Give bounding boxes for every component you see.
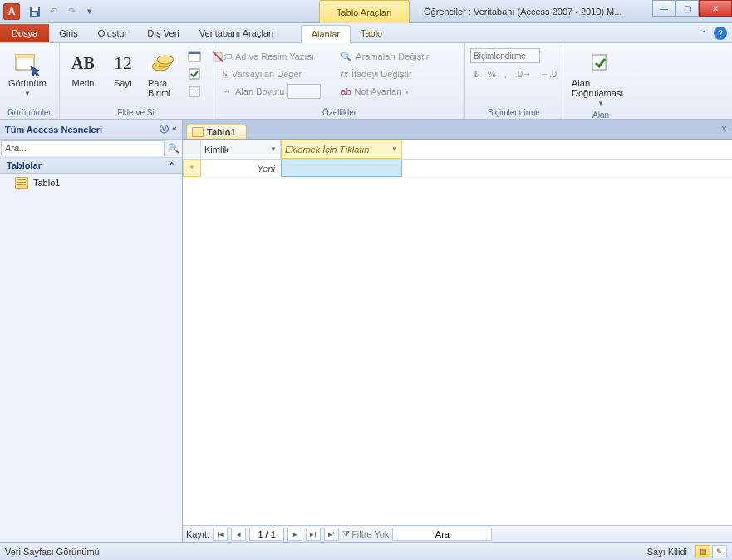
search-icon[interactable]: 🔍	[165, 140, 182, 157]
chevron-down-icon: ▼	[24, 90, 31, 97]
ribbon: Görünüm ▼ Görünümler AB Metin 12 Sayı Pa…	[0, 43, 732, 120]
undo-icon[interactable]: ↶	[45, 3, 61, 20]
collapse-group-icon[interactable]: ⌃	[169, 161, 175, 169]
group-validation: Alan Doğrulaması ▼ Alan Doğrulaması	[563, 43, 638, 119]
document-tab-tablo1[interactable]: Tablo1	[186, 125, 247, 139]
percent-format-icon[interactable]: %	[484, 66, 499, 82]
app-icon: A	[3, 3, 20, 20]
nav-group-tables[interactable]: Tablolar ⌃	[0, 158, 182, 174]
file-tab[interactable]: Dosya	[0, 24, 49, 42]
table-icon	[192, 127, 204, 137]
datasheet: Kimlik ▼ Eklemek İçin Tıklatın ▼ * Yeni	[183, 140, 732, 525]
format-combo[interactable]	[470, 48, 540, 63]
currency-field-button[interactable]: Para Birimi	[145, 48, 181, 100]
decrease-decimal-icon[interactable]: ←.0	[537, 66, 560, 82]
tab-create[interactable]: Oluştur	[88, 24, 137, 42]
validation-icon	[587, 50, 614, 76]
save-icon[interactable]	[27, 3, 43, 20]
ribbon-tabs: Dosya Giriş Oluştur Dış Veri Veritabanı …	[0, 23, 732, 43]
text-field-button[interactable]: AB Metin	[65, 48, 101, 90]
field-validation-button[interactable]: Alan Doğrulaması ▼	[568, 48, 633, 109]
tab-fields[interactable]: Alanlar	[301, 25, 351, 43]
datasheet-header-row: Kimlik ▼ Eklemek İçin Tıklatın ▼	[183, 140, 732, 160]
column-header-add[interactable]: Eklemek İçin Tıklatın ▼	[281, 140, 402, 159]
help-icon[interactable]: ?	[714, 27, 727, 40]
tab-home[interactable]: Giriş	[49, 24, 88, 42]
currency-format-icon[interactable]: ₺	[470, 66, 483, 82]
svg-point-7	[157, 56, 174, 64]
new-record-indicator-icon[interactable]: *	[183, 160, 201, 177]
cell-id-new[interactable]: Yeni	[201, 160, 281, 177]
last-record-button[interactable]: ▸I	[306, 528, 321, 541]
qat-dropdown-icon[interactable]: ▾	[81, 3, 98, 20]
prev-record-button[interactable]: ◂	[231, 528, 246, 541]
nav-search-input[interactable]	[1, 140, 165, 155]
close-button[interactable]: ✕	[699, 0, 732, 17]
datetime-button[interactable]	[184, 48, 204, 65]
datasheet-view-button[interactable]: ▤	[695, 545, 710, 558]
select-all-cell[interactable]	[183, 140, 201, 159]
add-remove-more: ⋯	[184, 48, 204, 100]
default-value-button[interactable]: ⎘Varsayılan Değer	[219, 66, 324, 82]
tab-external-data[interactable]: Dış Veri	[137, 24, 189, 42]
nav-dropdown-icon[interactable]: ⓥ	[160, 123, 169, 135]
maximize-button[interactable]: ▢	[676, 0, 699, 17]
memo-settings-button[interactable]: abNot Ayarları ▾	[337, 83, 432, 100]
record-search-input[interactable]	[392, 528, 492, 541]
field-size-input[interactable]	[287, 84, 321, 99]
tab-database-tools[interactable]: Veritabanı Araçları	[189, 24, 284, 42]
document-area: Tablo1 × Kimlik ▼ Eklemek İçin Tıklatın …	[183, 120, 732, 542]
text-field-label: Metin	[72, 78, 95, 88]
view-button[interactable]: Görünüm ▼	[5, 48, 50, 99]
yesno-button[interactable]	[184, 66, 204, 82]
column-dropdown-icon[interactable]: ▼	[270, 145, 277, 153]
status-bar: Veri Sayfası Görünümü Sayı Kilidi ▤ ✎	[0, 542, 732, 560]
ribbon-minimize-icon[interactable]: ⌃	[697, 27, 710, 40]
record-position-input[interactable]	[249, 528, 284, 541]
nav-item-label: Tablo1	[33, 178, 60, 188]
increase-decimal-icon[interactable]: .0→	[512, 66, 535, 82]
filter-indicator[interactable]: ⧩Filtre Yok	[342, 528, 389, 539]
close-document-icon[interactable]: ×	[721, 123, 727, 135]
memo-settings-label: Not Ayarları	[355, 86, 402, 96]
nav-item-tablo1[interactable]: Tablo1	[0, 174, 182, 192]
cell-add-new[interactable]	[281, 160, 402, 177]
view-icon	[14, 50, 41, 76]
document-tabstrip: Tablo1 ×	[183, 120, 732, 140]
svg-text:⋯: ⋯	[190, 86, 199, 96]
minimize-button[interactable]: —	[652, 0, 676, 17]
group-add-remove: AB Metin 12 Sayı Para Birimi ⋯ Ekle ve S…	[60, 43, 214, 119]
new-record-button[interactable]: ▸*	[324, 528, 339, 541]
filter-icon: ⧩	[342, 528, 350, 539]
field-size-button[interactable]: ↔Alan Boyutu	[219, 83, 324, 100]
number-field-label: Sayı	[114, 78, 132, 88]
redo-icon[interactable]: ↷	[63, 3, 80, 20]
group-views: Görünüm ▼ Görünümler	[0, 43, 60, 119]
svg-rect-2	[32, 12, 37, 16]
nav-header[interactable]: Tüm Access Nesneleri ⓥ «	[0, 120, 182, 140]
name-caption-button[interactable]: 🏷Ad ve Resim Yazısı	[219, 48, 324, 65]
next-record-button[interactable]: ▸	[287, 528, 302, 541]
modify-expression-button[interactable]: fxİfadeyi Değiştir	[337, 66, 432, 82]
nav-search: 🔍	[0, 140, 182, 158]
group-properties: 🏷Ad ve Resim Yazısı ⎘Varsayılan Değer ↔A…	[214, 43, 465, 119]
column-dropdown-icon[interactable]: ▼	[391, 145, 398, 153]
status-numlock: Sayı Kilidi	[647, 547, 687, 557]
filter-label: Filtre Yok	[351, 529, 389, 539]
comma-format-icon[interactable]: ,	[501, 66, 510, 82]
svg-rect-10	[189, 69, 199, 79]
field-size-label: Alan Boyutu	[235, 86, 284, 96]
number-field-button[interactable]: 12 Sayı	[105, 48, 141, 90]
nav-collapse-icon[interactable]: «	[172, 123, 177, 135]
window-title: Öğrenciler : Veritabanı (Access 2007 - 2…	[424, 0, 621, 23]
view-switcher: ▤ ✎	[695, 545, 727, 558]
modify-lookups-button[interactable]: 🔍Aramaları Değiştir	[337, 48, 432, 65]
tab-table[interactable]: Tablo	[351, 24, 392, 42]
first-record-button[interactable]: I◂	[213, 528, 228, 541]
default-value-label: Varsayılan Değer	[232, 69, 302, 79]
quick-access-toolbar: ↶ ↷ ▾	[27, 3, 98, 20]
more-fields-button[interactable]: ⋯	[184, 83, 204, 100]
column-header-id[interactable]: Kimlik ▼	[201, 140, 281, 159]
design-view-button[interactable]: ✎	[712, 545, 727, 558]
group-views-label: Görünümler	[5, 106, 54, 119]
